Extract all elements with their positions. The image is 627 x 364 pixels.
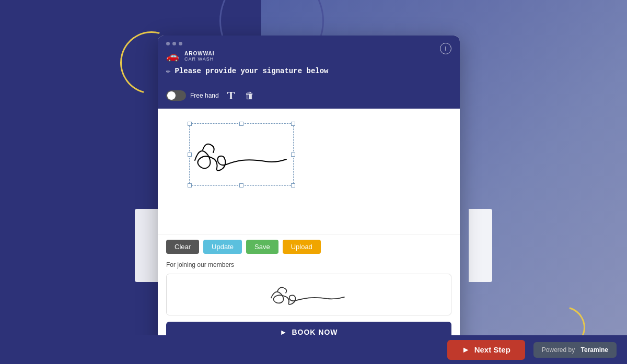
save-button[interactable]: Save (246, 240, 278, 254)
bottom-bar: ► Next Step Powered by Teramine (0, 335, 627, 364)
handle-top-center[interactable] (239, 122, 243, 126)
signature-preview-drawing (267, 276, 351, 313)
handle-top-left[interactable] (188, 122, 192, 126)
upload-button[interactable]: Upload (283, 240, 321, 254)
action-buttons-row: Clear Update Save Upload (158, 234, 460, 259)
dot-1 (166, 42, 170, 45)
handle-top-right[interactable] (291, 122, 295, 126)
modal-title: Please provide your signature below (175, 67, 328, 75)
freehand-toggle-wrapper: Free hand (166, 90, 219, 101)
clear-button[interactable]: Clear (166, 240, 199, 254)
next-step-arrow: ► (462, 345, 470, 355)
pencil-icon: ✏️ (166, 66, 170, 75)
info-icon[interactable]: i (440, 43, 451, 54)
modal-title-row: ✏️ Please provide your signature below (166, 66, 451, 75)
handle-bottom-right[interactable] (291, 183, 295, 187)
signature-modal: 🚗 AROWWAI CAR WASH ✏️ Please provide you… (158, 36, 460, 351)
handle-bottom-left[interactable] (188, 183, 192, 187)
white-bar-right (469, 209, 492, 282)
handle-bottom-center[interactable] (239, 183, 243, 187)
header-dots (166, 42, 451, 45)
dot-2 (172, 42, 176, 45)
toggle-knob (167, 91, 176, 100)
signature-selection-box (189, 123, 294, 186)
brand-sub: CAR WASH (184, 56, 215, 62)
freehand-toggle[interactable] (166, 90, 186, 101)
next-step-label: Next Step (474, 345, 510, 354)
signature-canvas[interactable] (158, 109, 460, 234)
text-tool-button[interactable]: T (225, 88, 237, 103)
update-button[interactable]: Update (203, 240, 242, 254)
car-icon: 🚗 (166, 50, 179, 62)
brand-name: AROWWAI (184, 51, 215, 56)
powered-by-text: Powered by (542, 346, 575, 354)
signature-preview (166, 274, 451, 315)
modal-header: 🚗 AROWWAI CAR WASH ✏️ Please provide you… (158, 36, 460, 85)
signature-drawing (190, 129, 294, 181)
delete-tool-button[interactable]: 🗑 (243, 89, 257, 102)
powered-by-brand: Teramine (581, 346, 608, 354)
next-step-button[interactable]: ► Next Step (447, 340, 525, 360)
freehand-label: Free hand (190, 92, 219, 99)
white-bar-left (135, 209, 158, 282)
toolbar: Free hand T 🗑 (158, 85, 460, 109)
brand-row: 🚗 AROWWAI CAR WASH (166, 50, 451, 62)
brand-text: AROWWAI CAR WASH (184, 51, 215, 62)
dot-3 (179, 42, 182, 45)
powered-by-badge: Powered by Teramine (533, 342, 617, 358)
for-joining-text: For joining our members (158, 259, 460, 272)
